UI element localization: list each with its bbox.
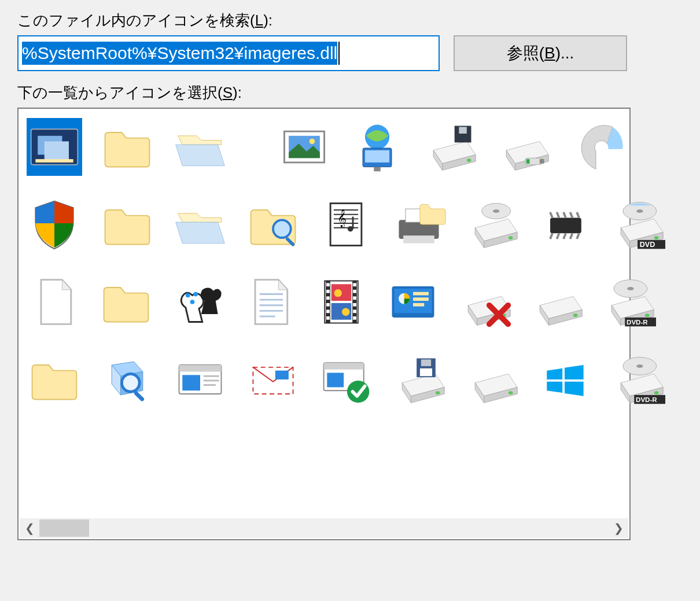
text-document-icon[interactable]: [242, 273, 297, 331]
svg-rect-91: [179, 365, 222, 372]
folder-icon[interactable]: [100, 196, 155, 253]
svg-rect-58: [326, 290, 330, 293]
program-default-icon[interactable]: [385, 273, 441, 331]
svg-line-40: [577, 233, 579, 239]
svg-line-32: [557, 212, 559, 218]
svg-rect-97: [275, 371, 289, 379]
network-globe-icon[interactable]: [349, 118, 405, 176]
drive-icon[interactable]: [464, 351, 520, 408]
svg-point-88: [121, 374, 139, 392]
svg-point-18: [273, 220, 291, 238]
disc-partial-icon[interactable]: [568, 118, 624, 176]
windows-logo-icon[interactable]: [537, 351, 592, 408]
svg-point-109: [654, 391, 659, 394]
scroll-left-button[interactable]: ❮: [20, 518, 39, 538]
scroll-track[interactable]: [39, 518, 609, 538]
svg-point-106: [509, 391, 513, 394]
svg-rect-67: [353, 309, 356, 313]
svg-line-39: [570, 233, 573, 239]
svg-rect-30: [550, 217, 581, 233]
svg-point-85: [645, 314, 650, 317]
svg-text:DVD: DVD: [640, 241, 655, 249]
svg-line-36: [550, 233, 552, 239]
svg-point-48: [190, 300, 195, 304]
svg-point-29: [493, 209, 500, 213]
svg-point-47: [193, 292, 198, 297]
svg-point-71: [334, 289, 342, 297]
window-icon[interactable]: [172, 351, 228, 408]
dvd-drive-icon[interactable]: DVD: [610, 196, 665, 253]
folder-icon[interactable]: [27, 351, 82, 408]
svg-text:DVD-R: DVD-R: [627, 319, 648, 326]
envelope-icon[interactable]: [245, 351, 301, 408]
icons-list[interactable]: 𝄞DVDDVD-RDVD-R ❮ ❯: [17, 108, 631, 540]
drive-icon[interactable]: [529, 273, 584, 331]
svg-point-82: [573, 314, 578, 317]
svg-rect-64: [353, 290, 356, 293]
disc-eject-icon[interactable]: [464, 196, 520, 253]
scroll-right-button[interactable]: ❯: [609, 518, 628, 538]
svg-rect-99: [324, 363, 364, 370]
svg-rect-16: [526, 159, 530, 164]
path-row: %SystemRoot%¥System32¥imageres.dll 参照(B)…: [17, 35, 683, 71]
drive-usb-icon[interactable]: [495, 118, 551, 176]
svg-rect-3: [35, 159, 73, 163]
svg-point-84: [627, 287, 634, 290]
svg-point-6: [310, 139, 315, 145]
icon-path-input[interactable]: %SystemRoot%¥System32¥imageres.dll: [17, 35, 440, 71]
drive-error-icon[interactable]: [457, 273, 513, 331]
svg-rect-59: [326, 296, 330, 300]
shield-security-icon[interactable]: [27, 196, 82, 253]
video-clip-icon[interactable]: [314, 273, 369, 331]
drive-floppy-icon[interactable]: [422, 118, 478, 176]
svg-rect-61: [326, 309, 330, 313]
svg-rect-92: [182, 375, 200, 390]
svg-rect-66: [353, 303, 356, 307]
browse-button[interactable]: 参照(B)...: [454, 35, 627, 71]
music-sheet-icon[interactable]: 𝄞: [318, 196, 374, 253]
svg-rect-26: [403, 235, 434, 243]
icon-empty: [245, 118, 259, 176]
svg-rect-62: [326, 316, 330, 320]
game-pieces-icon[interactable]: [170, 273, 226, 331]
svg-line-38: [563, 233, 566, 239]
select-label: 下の一覧からアイコンを選択(S):: [17, 83, 683, 103]
svg-rect-65: [353, 296, 356, 300]
svg-rect-78: [413, 303, 424, 307]
dvdr-drive-icon[interactable]: DVD-R: [600, 273, 656, 331]
svg-rect-23: [352, 217, 354, 229]
svg-point-46: [186, 293, 190, 298]
window-checked-icon[interactable]: [318, 351, 374, 408]
scroll-thumb[interactable]: [39, 519, 89, 537]
horizontal-scrollbar[interactable]: ❮ ❯: [20, 518, 628, 538]
folder-search-icon[interactable]: [245, 196, 301, 253]
folder-open-icon[interactable]: [172, 118, 228, 176]
chip-icon[interactable]: [537, 196, 592, 253]
path-selected-text: %SystemRoot%¥System32¥imageres.dll: [22, 42, 337, 65]
svg-line-34: [570, 212, 573, 218]
folder-icon[interactable]: [100, 118, 155, 176]
svg-rect-105: [420, 368, 432, 376]
window-stack-icon[interactable]: [27, 118, 82, 176]
dvdr-drive-icon[interactable]: DVD-R: [610, 351, 665, 408]
svg-rect-10: [374, 167, 381, 172]
picture-icon[interactable]: [277, 118, 332, 176]
drive-save-icon[interactable]: [391, 351, 447, 408]
printer-folder-icon[interactable]: [391, 196, 447, 253]
folder-open-icon[interactable]: [172, 196, 228, 253]
svg-rect-63: [353, 283, 356, 286]
svg-rect-57: [326, 283, 330, 286]
text-caret: [338, 42, 340, 65]
svg-line-37: [557, 233, 559, 239]
folder-icon[interactable]: [98, 273, 154, 331]
svg-point-42: [636, 209, 643, 213]
document-blank-icon[interactable]: [27, 273, 82, 331]
svg-line-35: [577, 212, 579, 218]
svg-rect-17: [540, 159, 544, 164]
svg-line-33: [563, 212, 566, 218]
svg-rect-89: [134, 390, 145, 402]
svg-rect-104: [421, 359, 431, 366]
search-3d-icon[interactable]: [100, 351, 155, 408]
svg-rect-77: [413, 297, 429, 301]
svg-point-43: [654, 236, 659, 239]
